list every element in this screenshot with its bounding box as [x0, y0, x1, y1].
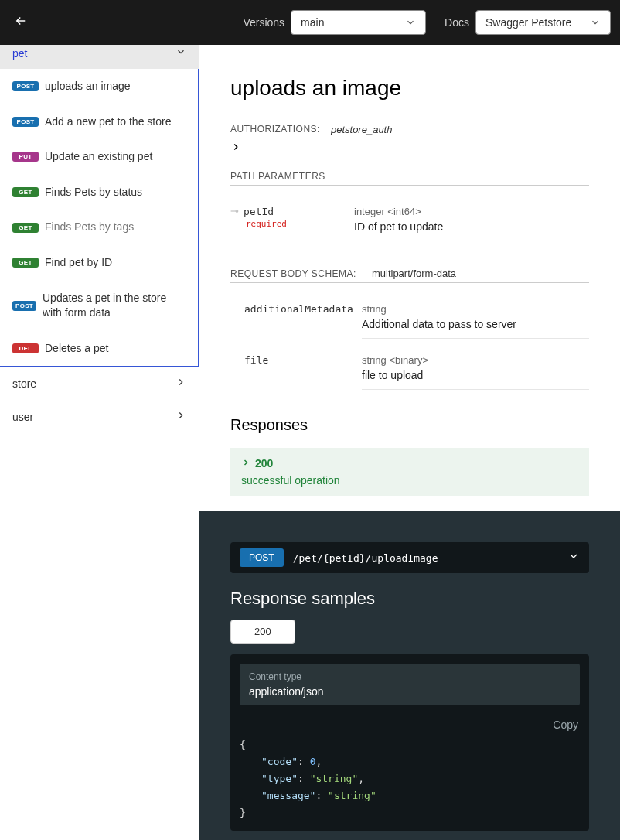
json-key: "message" [261, 790, 315, 801]
chevron-right-icon [175, 377, 186, 390]
sidebar-item-endpoint[interactable]: POSTuploads an image [0, 69, 198, 104]
sidebar-item-endpoint[interactable]: PUTUpdate an existing pet [0, 139, 198, 175]
sidebar-item-label: Deletes a pet [45, 341, 109, 357]
back-arrow-icon[interactable] [9, 14, 32, 32]
sidebar-item-label: Finds Pets by status [45, 185, 142, 200]
response-item[interactable]: 200 successful operation [230, 448, 589, 496]
param-type: string <binary> [362, 354, 589, 366]
responses-title: Responses [230, 416, 589, 434]
chevron-down-icon [175, 46, 186, 60]
path-params-label: PATH PARAMETERS [230, 171, 589, 186]
response-desc: successful operation [241, 474, 578, 487]
sidebar-item-endpoint[interactable]: GETFind pet by ID [0, 245, 198, 281]
json-value: "string" [328, 790, 376, 801]
chevron-right-icon [175, 410, 186, 423]
param-desc: file to upload [362, 369, 589, 381]
param-desc: Additional data to pass to server [362, 318, 589, 330]
app-header: Versions main Docs Swagger Petstore [0, 0, 620, 45]
sidebar-group-user[interactable]: user [0, 400, 199, 433]
sidebar-item-label: Find pet by ID [45, 255, 112, 271]
sidebar-item-endpoint[interactable]: POSTUpdates a pet in the store with form… [0, 281, 198, 331]
sidebar-group-label: pet [12, 47, 27, 60]
content-type-label: Content type [249, 671, 571, 682]
chevron-down-icon [567, 550, 580, 565]
code-panel: POST /pet/{petId}/uploadImage Response s… [199, 511, 620, 840]
param-row: ⊸ petId required integer <int64> ID of p… [230, 198, 589, 249]
endpoint-method-badge: POST [240, 548, 284, 567]
method-badge: PUT [12, 152, 39, 162]
method-badge: DEL [12, 343, 39, 353]
json-code: { "code": 0, "type": "string", "message"… [240, 736, 580, 821]
sidebar-item-label: Finds Pets by tags [45, 220, 134, 235]
versions-label: Versions [243, 16, 284, 29]
endpoint-bar[interactable]: POST /pet/{petId}/uploadImage [230, 542, 589, 573]
sidebar-item-label: Updates a pet in the store with form dat… [43, 291, 186, 321]
sidebar-item-endpoint[interactable]: POSTAdd a new pet to the store [0, 104, 198, 140]
param-name: additionalMetadata [244, 303, 353, 315]
sidebar-item-endpoint[interactable]: GETFinds Pets by tags [0, 210, 198, 245]
sidebar-item-label: Add a new pet to the store [45, 114, 171, 130]
sample-tab[interactable]: 200 [230, 620, 295, 644]
copy-button[interactable]: Copy [553, 719, 578, 731]
param-type: integer <int64> [354, 206, 589, 217]
method-badge: GET [12, 258, 39, 268]
method-badge: GET [12, 187, 39, 197]
param-row: additionalMetadata string Additional dat… [230, 295, 589, 347]
sidebar-group-label: user [12, 411, 33, 423]
sidebar-item-endpoint[interactable]: GETFinds Pets by status [0, 175, 198, 210]
sidebar-item-endpoint[interactable]: DELDeletes a pet [0, 331, 198, 367]
sidebar-group-store[interactable]: store [0, 367, 199, 400]
response-code: 200 [255, 457, 273, 470]
param-desc: ID of pet to update [354, 220, 589, 233]
auth-expand-button[interactable] [230, 142, 589, 155]
chevron-down-icon [405, 17, 416, 28]
content-type-box[interactable]: Content type application/json [240, 664, 580, 705]
param-name: petId [244, 206, 274, 217]
sidebar: pet POSTuploads an imagePOSTAdd a new pe… [0, 45, 199, 840]
json-value: "string" [310, 773, 359, 784]
param-row: file string <binary> file to upload [230, 347, 589, 398]
sidebar-item-label: Update an existing pet [45, 149, 152, 165]
param-name: file [244, 354, 268, 366]
method-badge: GET [12, 223, 39, 233]
method-badge: POST [12, 81, 39, 91]
docs-select[interactable]: Swagger Petstore [475, 10, 611, 35]
body-schema-label: REQUEST BODY SCHEMA: [230, 268, 356, 279]
content: uploads an image AUTHORIZATIONS: petstor… [199, 45, 620, 840]
json-key: "code" [261, 756, 298, 767]
method-badge: POST [12, 117, 39, 127]
sample-body: Content type application/json Copy { "co… [230, 654, 589, 831]
chevron-right-icon [241, 457, 250, 470]
versions-value: main [301, 16, 324, 29]
method-badge: POST [12, 301, 36, 311]
auth-value: petstore_auth [331, 124, 393, 135]
sidebar-item-label: uploads an image [45, 79, 131, 94]
chevron-down-icon [590, 17, 601, 28]
auth-label: AUTHORIZATIONS: [230, 124, 320, 135]
tree-icon: ⊸ [230, 205, 239, 217]
content-type-value: application/json [249, 685, 571, 698]
versions-select[interactable]: main [291, 10, 426, 35]
body-schema-value: multipart/form-data [372, 268, 456, 279]
samples-title: Response samples [230, 589, 589, 609]
param-required: required [246, 219, 287, 229]
json-key: "type" [261, 773, 298, 784]
page-title: uploads an image [230, 76, 589, 101]
endpoint-path: /pet/{petId}/uploadImage [293, 552, 438, 564]
sidebar-group-label: store [12, 377, 36, 390]
sidebar-group-pet[interactable]: pet [0, 45, 199, 69]
docs-label: Docs [445, 16, 469, 29]
docs-value: Swagger Petstore [485, 16, 571, 29]
param-type: string [362, 303, 589, 315]
